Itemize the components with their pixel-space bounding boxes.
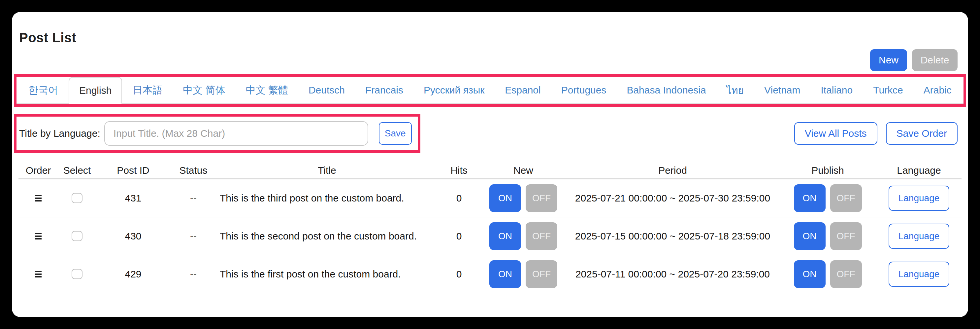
period-cell: 2025-07-15 00:00:00 ~ 2025-07-18 23:59:0… bbox=[566, 230, 779, 242]
column-header-period: Period bbox=[566, 165, 779, 176]
publish-off-button[interactable]: OFF bbox=[830, 222, 862, 250]
delete-button[interactable]: Delete bbox=[912, 49, 958, 71]
save-title-button[interactable]: Save bbox=[379, 122, 412, 145]
table-row: 429 -- This is the first post on the cus… bbox=[19, 256, 961, 293]
language-button[interactable]: Language bbox=[889, 262, 949, 287]
publish-toggle: ON OFF bbox=[794, 222, 862, 250]
post-table: Order Select Post ID Status Title Hits N… bbox=[19, 162, 961, 293]
toolbar-right-actions: View All Posts Save Order bbox=[794, 122, 958, 145]
language-tab-label: Deutsch bbox=[309, 85, 345, 96]
header-actions: New Delete bbox=[19, 49, 958, 71]
new-on-button[interactable]: ON bbox=[489, 222, 521, 250]
highlight-box-title-by-language: Title by Language: Save bbox=[14, 114, 420, 153]
language-tab[interactable]: 日本語 bbox=[123, 77, 172, 104]
status-cell: -- bbox=[170, 193, 216, 204]
language-tab[interactable]: Espanol bbox=[495, 77, 550, 104]
row-select-checkbox[interactable] bbox=[72, 269, 83, 279]
language-tab[interactable]: English bbox=[68, 77, 122, 104]
language-tab-label: 中文 繁體 bbox=[246, 83, 288, 97]
language-tab-label: English bbox=[79, 85, 111, 96]
view-all-posts-button[interactable]: View All Posts bbox=[794, 122, 877, 145]
column-header-post-id: Post ID bbox=[96, 165, 170, 176]
language-button[interactable]: Language bbox=[889, 224, 949, 249]
page-title: Post List bbox=[19, 30, 961, 45]
new-off-button[interactable]: OFF bbox=[526, 184, 557, 212]
save-order-button[interactable]: Save Order bbox=[886, 122, 958, 145]
column-header-title: Title bbox=[216, 165, 438, 176]
column-header-status: Status bbox=[170, 165, 216, 176]
language-tab-label: Русский язык bbox=[424, 85, 484, 96]
post-id-cell: 431 bbox=[96, 193, 170, 204]
language-tab-label: ไทย bbox=[727, 83, 744, 98]
drag-handle-icon[interactable] bbox=[33, 269, 43, 279]
publish-on-button[interactable]: ON bbox=[794, 184, 826, 212]
new-toggle: ON OFF bbox=[489, 184, 557, 212]
language-tab-label: 日本語 bbox=[133, 83, 162, 97]
new-toggle: ON OFF bbox=[489, 222, 557, 250]
language-tab[interactable]: Vietnam bbox=[754, 77, 810, 104]
new-button[interactable]: New bbox=[870, 49, 907, 71]
language-tab[interactable]: 한국어 bbox=[19, 77, 68, 104]
language-tab[interactable]: Bahasa Indonesia bbox=[617, 77, 716, 104]
publish-toggle: ON OFF bbox=[794, 260, 862, 288]
period-cell: 2025-07-11 00:00:00 ~ 2025-07-20 23:59:0… bbox=[566, 268, 779, 280]
title-by-language-label: Title by Language: bbox=[19, 128, 100, 139]
post-list-panel: Post List New Delete 한국어 English 日本語 中文 … bbox=[12, 12, 968, 317]
new-on-button[interactable]: ON bbox=[489, 184, 521, 212]
language-tab[interactable]: Deutsch bbox=[299, 77, 355, 104]
language-tab-label: Turkce bbox=[873, 85, 903, 96]
status-cell: -- bbox=[170, 230, 216, 242]
publish-off-button[interactable]: OFF bbox=[830, 184, 862, 212]
publish-off-button[interactable]: OFF bbox=[830, 260, 862, 288]
language-tab-label: Vietnam bbox=[764, 85, 800, 96]
language-tab[interactable]: Русский язык bbox=[414, 77, 494, 104]
language-tab[interactable]: 中文 简体 bbox=[173, 77, 235, 104]
post-title-cell[interactable]: This is the first post on the custom boa… bbox=[216, 268, 438, 280]
table-row: 431 -- This is the third post on the cus… bbox=[19, 179, 961, 217]
language-tab-label: 한국어 bbox=[29, 83, 58, 97]
row-select-checkbox[interactable] bbox=[72, 231, 83, 241]
language-tab[interactable]: 中文 繁體 bbox=[236, 77, 298, 104]
language-tab[interactable]: Portugues bbox=[551, 77, 616, 104]
post-id-cell: 429 bbox=[96, 268, 170, 280]
publish-on-button[interactable]: ON bbox=[794, 222, 826, 250]
period-cell: 2025-07-21 00:00:00 ~ 2025-07-30 23:59:0… bbox=[566, 193, 779, 204]
toolbar-row: Title by Language: Save View All Posts S… bbox=[19, 114, 961, 153]
column-header-select: Select bbox=[58, 165, 96, 176]
language-tab-label: Italiano bbox=[821, 85, 853, 96]
drag-handle-icon[interactable] bbox=[33, 193, 43, 203]
post-title-cell[interactable]: This is the third post on the custom boa… bbox=[216, 193, 438, 204]
language-tab-bar: 한국어 English 日本語 中文 简体 中文 繁體 bbox=[16, 77, 964, 104]
table-row: 430 -- This is the second post on the cu… bbox=[19, 217, 961, 256]
column-header-language: Language bbox=[877, 165, 961, 176]
language-tab[interactable]: Francais bbox=[355, 77, 413, 104]
language-tab-label: Francais bbox=[365, 85, 403, 96]
language-tab[interactable]: Turkce bbox=[863, 77, 913, 104]
language-tab[interactable]: Italiano bbox=[811, 77, 863, 104]
column-header-hits: Hits bbox=[438, 165, 480, 176]
post-title-cell[interactable]: This is the second post on the custom bo… bbox=[216, 230, 438, 242]
hits-cell: 0 bbox=[438, 268, 480, 280]
hits-cell: 0 bbox=[438, 230, 480, 242]
publish-toggle: ON OFF bbox=[794, 184, 862, 212]
language-tab[interactable]: Arabic bbox=[914, 77, 961, 104]
hits-cell: 0 bbox=[438, 193, 480, 204]
new-on-button[interactable]: ON bbox=[489, 260, 521, 288]
title-input[interactable] bbox=[104, 121, 368, 146]
table-header-row: Order Select Post ID Status Title Hits N… bbox=[19, 162, 961, 179]
language-tab-label: 中文 简体 bbox=[183, 83, 225, 97]
drag-handle-icon[interactable] bbox=[33, 231, 43, 241]
language-tab-label: Bahasa Indonesia bbox=[627, 85, 706, 96]
language-tab[interactable]: ไทย bbox=[717, 77, 754, 104]
publish-on-button[interactable]: ON bbox=[794, 260, 826, 288]
language-button[interactable]: Language bbox=[889, 186, 949, 211]
new-toggle: ON OFF bbox=[489, 260, 557, 288]
language-tab-label: Arabic bbox=[924, 85, 951, 96]
new-off-button[interactable]: OFF bbox=[526, 260, 557, 288]
status-cell: -- bbox=[170, 268, 216, 280]
language-tab-label: Portugues bbox=[561, 85, 606, 96]
highlight-box-tabs: 한국어 English 日本語 中文 简体 中文 繁體 bbox=[14, 74, 966, 107]
column-header-order: Order bbox=[19, 165, 58, 176]
row-select-checkbox[interactable] bbox=[72, 193, 83, 203]
new-off-button[interactable]: OFF bbox=[526, 222, 557, 250]
